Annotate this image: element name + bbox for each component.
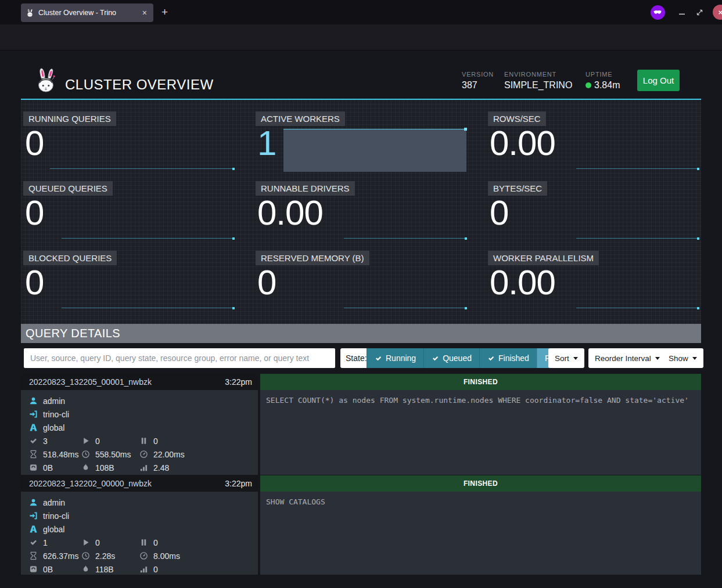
current-memory: 0B <box>43 565 53 574</box>
queued-time: 518.48ms <box>43 450 78 459</box>
stat-card-active-workers[interactable]: ACTIVE WORKERS 1 <box>253 109 469 173</box>
parallelism: 0 <box>153 565 158 574</box>
filter-finished-button[interactable]: Finished <box>479 348 537 368</box>
chevron-down-icon <box>692 357 697 360</box>
stat-card-bytes-sec[interactable]: BYTES/SEC 0 <box>486 179 701 243</box>
stat-card-running-queries[interactable]: RUNNING QUERIES 0 <box>21 109 236 173</box>
queued-time-icon <box>29 450 38 459</box>
parallelism: 2.48 <box>153 463 169 472</box>
filter-running-button[interactable]: Running <box>367 348 423 368</box>
browser-tab-bar: Cluster Overview - Trino × + <box>0 0 722 24</box>
search-input[interactable] <box>24 348 335 368</box>
query-source: trino-cli <box>43 410 69 419</box>
running-splits: 0 <box>95 538 100 547</box>
sort-dropdown[interactable]: Sort <box>548 348 584 368</box>
cumulative-memory: 108B <box>95 463 114 472</box>
chevron-down-icon <box>573 357 578 360</box>
sparkline-dot <box>465 307 467 309</box>
new-tab-button[interactable]: + <box>158 5 171 19</box>
current-memory-icon <box>29 463 38 472</box>
uptime-label: UPTIME <box>585 71 620 78</box>
query-time: 3:22pm <box>225 479 252 488</box>
cumulative-memory: 118B <box>95 565 114 574</box>
uptime-value: 3.84m <box>594 80 620 91</box>
show-dropdown[interactable]: Show <box>662 348 703 368</box>
query-resource-group: global <box>43 423 64 432</box>
stat-card-worker-parallelism[interactable]: WORKER PARALLELISM 0.00 <box>486 248 701 312</box>
running-splits-icon <box>81 538 90 547</box>
sparkline-dot <box>464 128 467 131</box>
parallelism-icon <box>139 463 148 472</box>
sparkline-dot <box>697 237 699 240</box>
sparkline-dot <box>697 168 699 170</box>
query-source: trino-cli <box>43 511 69 521</box>
current-memory: 0B <box>43 463 53 472</box>
cpu-time-icon <box>139 450 148 459</box>
minimize-button[interactable] <box>673 5 691 20</box>
sparkline-area <box>283 129 466 172</box>
environment-value: SIMPLE_TRINO <box>504 80 572 91</box>
user-icon <box>29 498 38 507</box>
sparkline <box>62 238 234 239</box>
filter-queued-button[interactable]: Queued <box>423 348 479 368</box>
sparkline <box>576 308 698 308</box>
cumulative-memory-icon <box>81 565 90 573</box>
query-status-badge: FINISHED <box>260 374 701 390</box>
query-status-badge: FINISHED <box>260 475 701 492</box>
environment-label: ENVIRONMENT <box>504 71 572 78</box>
query-time: 3:22pm <box>225 377 252 387</box>
tab-close-icon[interactable]: × <box>141 8 149 17</box>
sparkline <box>576 168 698 169</box>
stat-value: 0 <box>490 194 508 232</box>
stat-card-reserved-memory[interactable]: RESERVED MEMORY (B) 0 <box>253 248 469 312</box>
page-title: CLUSTER OVERVIEW <box>65 77 214 93</box>
queued-splits-icon <box>139 437 148 445</box>
query-meta-panel: admin trino-cli global 3 0 0 518.48ms 55… <box>21 390 258 475</box>
wall-time-icon <box>81 450 90 459</box>
queued-splits: 0 <box>153 538 158 547</box>
parallelism-icon <box>139 565 148 573</box>
resource-group-icon <box>29 525 38 533</box>
queued-splits: 0 <box>153 437 158 446</box>
stat-card-runnable-drivers[interactable]: RUNNABLE DRIVERS 0.00 <box>253 179 469 243</box>
source-icon <box>29 410 38 419</box>
browser-tab[interactable]: Cluster Overview - Trino × <box>21 3 153 22</box>
resource-group-icon <box>29 423 38 432</box>
query-details-title: QUERY DETAILS <box>21 324 701 343</box>
sparkline-dot <box>465 237 467 240</box>
stat-value: 0.00 <box>490 124 555 163</box>
stat-card-queued-queries[interactable]: QUEUED QUERIES 0 <box>21 179 236 243</box>
queued-time-icon <box>29 551 38 560</box>
tab-favicon <box>26 9 34 17</box>
stat-value: 1 <box>257 124 276 163</box>
queued-splits-icon <box>139 538 148 547</box>
sparkline <box>62 308 234 308</box>
query-sql-text[interactable]: SHOW CATALOGS <box>260 492 701 575</box>
sparkline-dot <box>232 307 235 309</box>
stat-card-blocked-queries[interactable]: BLOCKED QUERIES 0 <box>21 248 236 312</box>
query-sql-text[interactable]: SELECT COUNT(*) as nodes FROM system.run… <box>260 390 701 475</box>
uptime-block: UPTIME 3.84m <box>585 71 620 91</box>
stat-value: 0 <box>257 264 276 302</box>
trino-logo <box>34 67 58 95</box>
query-meta-panel: admin trino-cli global 1 0 0 626.37ms 2.… <box>21 492 258 575</box>
logout-button[interactable]: Log Out <box>637 70 680 91</box>
query-id-link[interactable]: 20220823_132202_00000_nwbzk <box>29 479 152 488</box>
reorder-interval-dropdown[interactable]: Reorder Interval <box>588 348 666 368</box>
query-resource-group: global <box>43 525 64 534</box>
uptime-status-dot <box>585 82 591 88</box>
wall-time: 558.50ms <box>95 450 131 459</box>
cumulative-memory-icon <box>81 463 90 472</box>
wall-time-icon <box>81 551 90 560</box>
stat-card-rows-sec[interactable]: ROWS/SEC 0.00 <box>486 109 701 173</box>
cpu-time: 22.00ms <box>153 450 185 459</box>
version-label: VERSION <box>462 71 494 78</box>
current-memory-icon <box>29 565 38 573</box>
maximize-button[interactable] <box>691 5 708 20</box>
completed-splits: 1 <box>43 538 48 547</box>
sparkline-dot <box>232 237 235 240</box>
private-browsing-badge <box>651 5 665 20</box>
user-icon <box>29 396 38 405</box>
query-id-link[interactable]: 20220823_132205_00001_nwbzk <box>29 377 152 387</box>
close-button[interactable] <box>713 5 722 20</box>
